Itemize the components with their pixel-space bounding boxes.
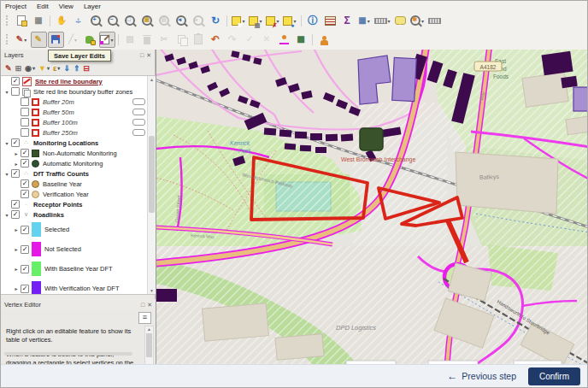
layer-visibility-checkbox[interactable]	[21, 108, 29, 116]
save-layer-edits-button[interactable]	[48, 32, 64, 48]
layer-visibility-checkbox[interactable]: ✓	[21, 265, 29, 273]
layer-name[interactable]: DfT Traffic Counts	[33, 170, 89, 178]
layer-visibility-checkbox[interactable]	[21, 97, 29, 106]
layout-manager-button[interactable]: ▦	[31, 13, 47, 29]
rotate-point-symbols-button[interactable]	[276, 32, 292, 48]
layer-visibility-checkbox[interactable]: ✓	[21, 149, 29, 157]
chevron-down-icon[interactable]: ▾	[388, 18, 391, 24]
scroll-down-icon[interactable]: ▼	[148, 288, 156, 293]
layer-visibility-checkbox[interactable]: ✓	[11, 200, 20, 209]
vertex-tool-button[interactable]: ▾	[99, 32, 115, 48]
filter-by-expression-button[interactable]: ε▾	[53, 64, 60, 73]
layer-row[interactable]: Buffer 50m	[1, 107, 156, 117]
new-layout-button[interactable]	[14, 13, 30, 29]
open-layer-styling-button[interactable]: ✎	[5, 64, 12, 73]
layers-panel-close-icon[interactable]: ✕	[146, 52, 151, 59]
edit-widget-pill[interactable]	[132, 119, 145, 126]
layer-visibility-checkbox[interactable]	[21, 128, 29, 137]
previous-step-link[interactable]: ← Previous step	[447, 370, 516, 382]
show-sum-button[interactable]: Σ	[339, 13, 356, 29]
menu-edit[interactable]: Edit	[37, 3, 49, 10]
pan-to-selection-button[interactable]	[71, 13, 87, 29]
menu-layer[interactable]: Layer	[84, 3, 101, 10]
zoom-in-button[interactable]: +	[88, 13, 104, 29]
layer-visibility-checkbox[interactable]: ✓	[21, 226, 29, 234]
expander-icon[interactable]: ▸	[13, 150, 20, 156]
layer-name[interactable]: Buffer 250m	[43, 129, 78, 137]
layer-row[interactable]: Buffer 100m	[1, 117, 156, 127]
scroll-thumb[interactable]	[149, 136, 155, 213]
refresh-map-button[interactable]: ↻	[208, 13, 224, 29]
expander-icon[interactable]: ▾	[3, 140, 10, 146]
layer-name[interactable]: Buffer 20m	[43, 98, 74, 106]
manage-map-themes-button[interactable]: ◉▾	[25, 64, 35, 73]
edit-widget-pill[interactable]	[132, 129, 145, 136]
chevron-down-icon[interactable]: ▾	[421, 18, 424, 24]
layer-name[interactable]: Verification Year	[43, 191, 89, 198]
collapse-all-button[interactable]: ⇑	[74, 64, 80, 73]
layer-name[interactable]: Buffer 50m	[43, 109, 74, 116]
layer-row[interactable]: ▾Site red line boundary buffer zones	[1, 86, 156, 97]
layer-visibility-checkbox[interactable]: ✓	[11, 169, 20, 178]
layer-visibility-checkbox[interactable]: ✓	[21, 190, 29, 198]
layer-row[interactable]: ▾✓∴DfT Traffic Counts	[1, 168, 156, 179]
chevron-down-icon[interactable]: ▾	[368, 18, 370, 24]
undo-button[interactable]: ↶	[208, 32, 224, 48]
statistics-button[interactable]	[322, 13, 338, 29]
zoom-full-button[interactable]: □	[122, 13, 138, 29]
layer-name[interactable]: Site red line boundary	[35, 78, 103, 85]
layer-visibility-checkbox[interactable]: ✓	[11, 77, 20, 85]
layer-visibility-checkbox[interactable]: ✓	[21, 179, 29, 188]
expander-icon[interactable]: ▸	[13, 266, 20, 272]
layer-name[interactable]: Buffer 100m	[43, 119, 78, 126]
layer-visibility-checkbox[interactable]: ✓	[21, 159, 29, 168]
select-features-button[interactable]: ◤▾	[231, 13, 247, 29]
layer-row[interactable]: ▾✓∨Roadlinks	[1, 209, 156, 220]
layer-row[interactable]: ▸✓Automatic Monitoring	[1, 158, 156, 168]
current-edits-button[interactable]: ✎▾	[14, 32, 30, 48]
deselect-all-button[interactable]: ✗▾	[265, 13, 281, 29]
layer-row[interactable]: ▸✓With Baseline Year DFT	[1, 259, 156, 279]
remove-layer-button[interactable]: ⊟	[83, 64, 90, 73]
filter-legend-button[interactable]: ▼▾	[38, 64, 50, 73]
layer-row[interactable]: ✓Baseline Year	[1, 179, 156, 189]
layers-panel-float-icon[interactable]: □	[140, 52, 144, 58]
layer-name[interactable]: Selected	[44, 226, 69, 233]
layer-row[interactable]: ✓Site red line boundary	[1, 76, 156, 86]
whats-this-button[interactable]	[316, 32, 332, 48]
select-by-form-button[interactable]: ▤▾	[248, 13, 264, 29]
layer-name[interactable]: Non-Automatic Monitoring	[43, 150, 117, 157]
layer-row[interactable]: Buffer 20m	[1, 97, 156, 107]
layer-name[interactable]: With Baseline Year DFT	[44, 265, 113, 273]
layer-name[interactable]: Baseline Year	[43, 180, 82, 188]
search-settings-button[interactable]: ✱▾	[409, 13, 426, 29]
layer-row[interactable]: Buffer 250m	[1, 127, 156, 138]
measure-line-button[interactable]	[426, 13, 443, 29]
vertex-editor-menu-icon[interactable]: ≡	[138, 312, 151, 324]
edit-widget-pill[interactable]	[132, 109, 145, 115]
expander-icon[interactable]: ▾	[3, 171, 10, 177]
chevron-down-icon[interactable]: ▾	[24, 37, 26, 43]
zoom-last-button[interactable]: ◂	[173, 13, 190, 29]
layer-name[interactable]: Monitoring Locations	[33, 139, 98, 147]
expander-icon[interactable]: ▸	[13, 226, 20, 232]
layer-visibility-checkbox[interactable]	[11, 87, 20, 96]
map-canvas[interactable]: Kenrick Park West Bromwich Parkway West …	[156, 50, 588, 366]
identify-features-button[interactable]: ⓘ	[305, 13, 321, 29]
attribute-table-button[interactable]: ▦▾	[356, 13, 373, 29]
expander-icon[interactable]: ▸	[13, 285, 20, 291]
layer-visibility-checkbox[interactable]: ✓	[11, 210, 20, 219]
layer-name[interactable]: Not Selected	[44, 245, 81, 253]
add-feature-button[interactable]	[82, 32, 98, 48]
measure-button[interactable]: ▾	[373, 13, 391, 29]
zoom-out-button[interactable]: −	[105, 13, 121, 29]
pan-map-button[interactable]: ✋	[54, 13, 70, 29]
layer-row[interactable]: ▸✓With Verification Year DFT	[1, 279, 156, 295]
layer-name[interactable]: Automatic Monitoring	[43, 160, 103, 168]
layer-visibility-checkbox[interactable]: ✓	[21, 285, 29, 293]
add-group-button[interactable]: ⊞	[15, 64, 22, 73]
vertex-editor-hscrollbar[interactable]	[4, 352, 132, 356]
chevron-down-icon[interactable]: ▾	[110, 37, 113, 43]
expander-icon[interactable]: ▸	[13, 161, 20, 167]
expander-icon[interactable]: ▾	[3, 212, 10, 218]
